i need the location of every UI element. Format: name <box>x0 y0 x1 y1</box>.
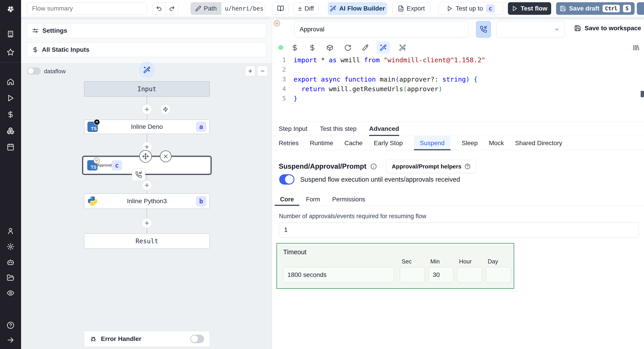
subtab-runtime[interactable]: Runtime <box>310 136 333 150</box>
move-icon <box>142 153 149 160</box>
vars-dollar-icon[interactable] <box>291 44 298 51</box>
code-line[interactable]: 3export async function main(approver?: s… <box>272 74 644 84</box>
workers-bot-icon[interactable] <box>7 258 14 266</box>
flow-summary-input[interactable] <box>27 2 147 15</box>
approval-prompt-helpers-button[interactable]: Approval/Prompt helpers <box>386 160 476 173</box>
plus-icon <box>144 144 150 150</box>
subtab-mock[interactable]: Mock <box>489 136 504 150</box>
package-icon[interactable] <box>326 44 334 51</box>
subtab-retries[interactable]: Retries <box>279 136 299 150</box>
phone-incoming-icon <box>480 26 487 33</box>
timeout-day-input[interactable] <box>486 267 511 283</box>
timeout-sec-input[interactable] <box>400 267 425 283</box>
code-line[interactable]: 1import * as wmill from "windmill-client… <box>272 55 644 65</box>
dataflow-toggle[interactable] <box>27 67 41 75</box>
windmill-logo-icon[interactable] <box>6 4 15 13</box>
node-inline-deno[interactable]: TS Inline Deno a <box>84 120 210 134</box>
timeout-min-input[interactable] <box>428 267 454 283</box>
redo-button[interactable] <box>166 2 178 14</box>
code-line[interactable]: 4 return wmill.getResumeUrls(approver) <box>272 84 644 94</box>
flow-settings-button[interactable]: Settings <box>27 23 266 38</box>
ai-assistant-wand-button[interactable] <box>376 41 390 54</box>
error-handler-toggle[interactable] <box>190 335 204 343</box>
export-button[interactable]: Export <box>392 2 430 15</box>
folders-icon[interactable] <box>7 274 14 282</box>
add-step-button[interactable] <box>142 180 152 190</box>
runs-icon[interactable] <box>7 94 14 102</box>
test-flow-button[interactable]: Test flow <box>508 2 551 15</box>
subtab-sleep[interactable]: Sleep <box>462 136 478 150</box>
save-to-workspace-button[interactable]: Save to workspace <box>574 25 641 32</box>
bug-icon <box>90 335 97 343</box>
add-step-button[interactable] <box>142 218 152 228</box>
expand-sidebar-icon[interactable] <box>7 336 14 344</box>
step-name-input[interactable] <box>294 21 469 38</box>
variables-icon[interactable] <box>7 111 14 118</box>
subtab-suspend[interactable]: Suspend <box>414 136 450 150</box>
workspace-icon[interactable] <box>7 30 14 38</box>
timeout-display: 1800 seconds <box>283 267 394 283</box>
users-icon[interactable] <box>7 227 14 235</box>
wand-sparkles-icon <box>380 44 387 51</box>
suspend-tab-permissions[interactable]: Permissions <box>332 193 365 206</box>
info-icon[interactable] <box>370 163 377 170</box>
code-line[interactable]: 2 <box>272 65 644 74</box>
audit-eye-icon[interactable] <box>7 289 14 297</box>
favorites-icon[interactable] <box>7 48 14 56</box>
resources-icon[interactable] <box>7 127 14 135</box>
kbd-ctrl: Ctrl <box>602 5 620 12</box>
resources-dollar-icon[interactable] <box>309 44 316 51</box>
suspend-toggle[interactable] <box>279 174 294 185</box>
flow-graph-canvas[interactable]: dataflow + − Input TS Inline Deno a <box>21 63 272 349</box>
node-inline-python3[interactable]: Inline Python3 b <box>84 194 210 209</box>
library-icon[interactable] <box>632 44 640 51</box>
error-handler-bar[interactable]: Error Handler <box>84 331 210 347</box>
test-up-to-button[interactable]: Test up to c <box>438 2 503 15</box>
node-result[interactable]: Result <box>84 233 210 249</box>
suspend-tab-form[interactable]: Form <box>306 193 320 206</box>
subtab-cache[interactable]: Cache <box>344 136 362 150</box>
node-input[interactable]: Input <box>84 81 210 96</box>
delete-step-button[interactable] <box>160 151 172 162</box>
all-static-inputs-button[interactable]: All Static Inputs <box>27 42 266 57</box>
zoom-out-button[interactable]: − <box>258 66 268 76</box>
ai-flow-builder-button[interactable]: AI Flow Builder <box>328 2 387 15</box>
tab-advanced[interactable]: Advanced <box>369 122 399 136</box>
lint-status-dot <box>278 45 283 50</box>
tab-step-input[interactable]: Step Input <box>279 122 308 136</box>
reload-icon[interactable] <box>344 44 351 51</box>
subtab-early-stop[interactable]: Early Stop <box>374 136 403 150</box>
help-icon[interactable] <box>7 322 14 329</box>
editor-scrollbar-thumb[interactable] <box>641 91 644 97</box>
code-editor[interactable]: 1import * as wmill from "windmill-client… <box>272 54 644 119</box>
deploy-button-partial[interactable] <box>637 2 644 15</box>
undo-button[interactable] <box>153 2 166 14</box>
settings-gear-icon[interactable] <box>7 243 14 250</box>
subtab-shared-directory[interactable]: Shared Directory <box>515 136 562 150</box>
suspend-tab-core[interactable]: Core <box>280 193 294 206</box>
approval-phone-badge[interactable] <box>132 168 145 181</box>
move-step-handle[interactable] <box>139 150 152 163</box>
wand-off-icon[interactable] <box>399 44 406 51</box>
add-trigger-button[interactable] <box>160 104 171 114</box>
home-icon[interactable] <box>7 78 14 86</box>
python-logo-icon <box>88 196 98 206</box>
diff-button[interactable]: ± Diff <box>294 2 318 15</box>
tab-test-this-step[interactable]: Test this step <box>320 122 356 136</box>
workspace-script-select[interactable] <box>496 21 565 38</box>
format-brush-icon[interactable] <box>362 44 369 51</box>
approvals-count-input[interactable] <box>279 222 639 237</box>
suspend-heading: Suspend/Approval/Prompt <box>279 162 366 170</box>
suspend-phone-toggle-button[interactable] <box>476 21 491 38</box>
play-icon <box>512 5 518 11</box>
timeout-hour-input[interactable] <box>457 267 482 283</box>
zoom-in-button[interactable]: + <box>245 66 256 76</box>
flow-toolbar: Path u/henri/bes ± Diff AI Flow Builder … <box>21 0 644 17</box>
save-draft-button[interactable]: Save draft Ctrl S <box>556 2 634 15</box>
code-line[interactable]: 5} <box>272 94 644 103</box>
path-control[interactable]: Path u/henri/bes <box>190 2 265 15</box>
docs-button[interactable] <box>272 2 288 15</box>
schedules-icon[interactable] <box>7 143 14 151</box>
add-step-button[interactable] <box>142 104 152 114</box>
ai-graph-wand-button[interactable] <box>139 62 155 78</box>
